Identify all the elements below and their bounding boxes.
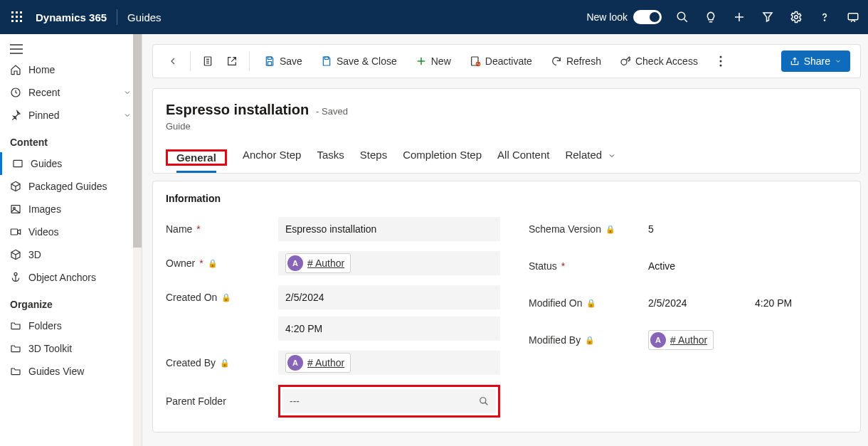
chevron-down-icon (608, 152, 616, 160)
share-button[interactable]: Share (781, 51, 850, 72)
parent-folder-lookup[interactable]: --- (282, 389, 496, 413)
lock-icon: 🔒 (605, 225, 615, 234)
svg-rect-23 (11, 229, 17, 235)
nav-images[interactable]: Images (0, 198, 142, 221)
folder-icon (10, 366, 21, 377)
modified-by-link[interactable]: # Author (670, 334, 707, 346)
image-icon (10, 203, 21, 215)
toggle-switch[interactable] (633, 10, 662, 24)
new-look-toggle[interactable]: New look (586, 10, 662, 24)
required-indicator: * (199, 257, 203, 269)
cube-icon (10, 249, 21, 260)
check-access-icon (620, 55, 631, 67)
new-look-label: New look (586, 11, 628, 23)
nav-pinned[interactable]: Pinned (0, 104, 142, 127)
deactivate-icon (470, 55, 481, 67)
gear-icon[interactable] (788, 9, 804, 25)
nav-label: Videos (28, 226, 59, 238)
share-icon (790, 56, 800, 66)
refresh-button[interactable]: Refresh (544, 50, 608, 73)
field-schema-version: Schema Version 🔒 5 (529, 217, 847, 241)
scrollbar[interactable] (133, 34, 142, 446)
modified-by-chip[interactable]: A # Author (648, 330, 714, 350)
save-close-button[interactable]: Save & Close (314, 50, 404, 73)
nav-object-anchors[interactable]: Object Anchors (0, 266, 142, 289)
hamburger-icon[interactable] (0, 40, 142, 58)
nav-guides[interactable]: Guides (0, 152, 142, 175)
status-value[interactable]: Active (641, 254, 847, 278)
tab-completion-step[interactable]: Completion Step (403, 144, 482, 170)
nav-label: Folders (28, 320, 62, 331)
sidebar: Home Recent Pinned Content Guides Packag… (0, 34, 142, 446)
svg-rect-2 (20, 11, 22, 14)
owner-chip[interactable]: A # Author (285, 253, 351, 273)
back-button[interactable] (163, 50, 183, 73)
save-close-icon (321, 55, 332, 67)
label-owner: Owner (166, 257, 195, 269)
lightbulb-icon[interactable] (703, 9, 719, 25)
assistant-icon[interactable] (845, 9, 861, 25)
saved-indicator: - Saved (316, 106, 348, 117)
tab-tasks[interactable]: Tasks (317, 144, 344, 170)
svg-rect-0 (11, 11, 14, 14)
created-by-chip[interactable]: A # Author (285, 353, 351, 373)
nav-3d-toolkit[interactable]: 3D Toolkit (0, 337, 142, 360)
search-icon[interactable] (479, 396, 489, 406)
search-icon[interactable] (674, 9, 690, 25)
nav-guides-view[interactable]: Guides View (0, 360, 142, 383)
nav-3d[interactable]: 3D (0, 243, 142, 266)
svg-point-39 (719, 60, 721, 63)
tab-general[interactable]: General (176, 147, 216, 173)
deactivate-button[interactable]: Deactivate (462, 50, 539, 73)
field-parent-folder: Parent Folder --- (166, 385, 500, 418)
tab-all-content[interactable]: All Content (497, 144, 549, 170)
svg-point-24 (14, 272, 17, 275)
created-by-link[interactable]: # Author (307, 357, 344, 368)
section-heading: Information (166, 193, 847, 204)
nav-home[interactable]: Home (0, 58, 142, 81)
refresh-icon (551, 55, 562, 67)
top-bar: Dynamics 365 Guides New look (0, 0, 868, 34)
nav-videos[interactable]: Videos (0, 221, 142, 243)
filter-icon[interactable] (760, 9, 776, 25)
app-launcher-icon[interactable] (7, 7, 27, 27)
popout-icon[interactable] (222, 50, 242, 73)
open-record-set-icon[interactable] (198, 50, 218, 73)
input-owner[interactable]: A # Author (278, 251, 500, 275)
label-name: Name (166, 223, 192, 235)
guides-icon (12, 158, 23, 169)
required-indicator: * (196, 223, 200, 235)
field-created-on: Created On 🔒 2/5/2024 (166, 285, 500, 309)
overflow-button[interactable] (715, 50, 726, 73)
tab-anchor-step[interactable]: Anchor Step (243, 144, 302, 170)
help-icon[interactable] (817, 9, 832, 25)
divider (117, 9, 117, 25)
avatar: A (287, 355, 303, 371)
svg-point-13 (795, 16, 798, 19)
new-button[interactable]: New (408, 50, 458, 73)
record-title: Espresso installation (166, 102, 309, 117)
save-button[interactable]: Save (257, 50, 309, 73)
created-on-date: 2/5/2024 (278, 285, 500, 309)
refresh-label: Refresh (566, 55, 601, 67)
nav-folders[interactable]: Folders (0, 314, 142, 337)
svg-rect-20 (14, 160, 22, 166)
avatar: A (650, 332, 666, 348)
nav-packaged-guides[interactable]: Packaged Guides (0, 175, 142, 198)
tab-steps[interactable]: Steps (360, 144, 387, 170)
check-access-button[interactable]: Check Access (613, 50, 705, 73)
save-close-label: Save & Close (337, 55, 397, 67)
lock-icon: 🔒 (208, 259, 218, 268)
nav-recent[interactable]: Recent (0, 81, 142, 104)
input-name[interactable]: Espresso installation (278, 217, 500, 241)
owner-link[interactable]: # Author (307, 257, 344, 269)
nav-label: Home (28, 64, 55, 75)
svg-rect-4 (16, 16, 18, 18)
tab-related[interactable]: Related (565, 144, 616, 170)
avatar: A (287, 255, 303, 271)
nav-label: Pinned (28, 110, 60, 121)
plus-icon[interactable] (731, 9, 747, 25)
chevron-down-icon (123, 111, 132, 120)
check-access-label: Check Access (635, 55, 698, 67)
new-label: New (431, 55, 451, 67)
